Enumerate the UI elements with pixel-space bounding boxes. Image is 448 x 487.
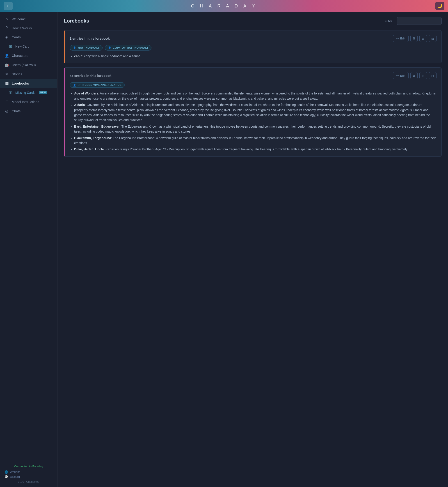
footer-link-label-discord: Discord	[10, 475, 20, 479]
lorebook-tag-0-0[interactable]: 👤MAY (NORMAL)	[70, 45, 103, 50]
lorebook-card-header-1: 48 entries in this lorebook✏ Edit⧉⊞⊡	[70, 72, 437, 79]
sidebar-item-lorebooks[interactable]: ▦Lorebooks	[0, 79, 57, 88]
entry-key-1-3: Blacksmith, Forgebound	[74, 136, 111, 140]
new-card-icon: ⊞	[8, 44, 13, 49]
users-icon: 🤖	[5, 63, 9, 67]
edit-button-0[interactable]: ✏ Edit	[393, 35, 408, 42]
lorebook-entries-list-0: cabin: cozy with a single bedroom and a …	[70, 54, 437, 59]
website-icon: 🌐	[5, 470, 8, 474]
entry-key-1-2: Bard, Entertainer, Edgeweaver	[74, 125, 120, 128]
new-badge-missing-cards: NEW	[39, 91, 47, 94]
sidebar-item-label-model-instructions: Model Instructions	[12, 100, 39, 104]
lorebook-entry-0-0: cabin: cozy with a single bedroom and a …	[74, 54, 437, 59]
entry-key-1-1: Aldaria	[74, 103, 85, 107]
lorebook-actions-0: ✏ Edit⧉⊞⊡	[393, 35, 437, 42]
discord-icon: 💬	[5, 475, 8, 479]
sidebar-item-label-how-it-works: How It Works	[12, 26, 32, 30]
connected-label: Connected to Faraday	[5, 465, 53, 468]
sidebar-item-label-new-card: New Card	[15, 45, 29, 48]
sidebar-footer: Connected to Faraday 🌐Website💬Discord 1.…	[0, 461, 57, 487]
sidebar-item-label-users: Users (aka You)	[12, 63, 36, 67]
lorebook-card-header-0: 1 entries in this lorebook✏ Edit⧉⊞⊡	[70, 35, 437, 42]
how-it-works-icon: ?	[5, 26, 9, 30]
main-layout: ⌂Welcome?How It Works◈Cards⊞New Card👤Cha…	[0, 12, 448, 487]
characters-icon: 👤	[5, 53, 9, 58]
action-btn-2-0[interactable]: ⊡	[429, 35, 437, 42]
content-header: Lorebooks Filter	[64, 17, 442, 25]
copy-button-1[interactable]: ⧉	[410, 72, 418, 79]
sidebar-nav: ⌂Welcome?How It Works◈Cards⊞New Card👤Cha…	[0, 12, 57, 461]
lorebook-entry-1-2: Bard, Entertainer, Edgeweaver: The Edgew…	[74, 124, 437, 134]
lorebook-card-0: 1 entries in this lorebook✏ Edit⧉⊞⊡👤MAY …	[64, 30, 442, 63]
cards-icon: ◈	[5, 35, 9, 39]
entry-key-1-4: Duke, Harlan, Uncle	[74, 147, 104, 151]
edit-icon-0: ✏	[396, 37, 399, 40]
content-area: Lorebooks Filter 1 entries in this loreb…	[57, 12, 448, 487]
lorebook-tag-1-0[interactable]: 👤PRINCESS VIVIENNE ALDARUS	[70, 82, 125, 88]
model-instructions-icon: ⊞	[5, 100, 9, 104]
lorebook-card-1: 48 entries in this lorebook✏ Edit⧉⊞⊡👤PRI…	[64, 67, 442, 156]
entry-key-0-0: cabin	[74, 54, 82, 58]
sidebar-item-cards[interactable]: ◈Cards	[0, 32, 57, 42]
lorebooks-list: 1 entries in this lorebook✏ Edit⧉⊞⊡👤MAY …	[64, 30, 442, 157]
sidebar-item-label-stories: Stories	[12, 72, 22, 76]
stories-icon: ✏	[5, 72, 9, 76]
sidebar-item-label-lorebooks: Lorebooks	[12, 81, 29, 85]
tag-label-0-1: COPY OF MAY (NORMAL)	[113, 46, 148, 49]
tag-label-0-0: MAY (NORMAL)	[78, 46, 99, 49]
footer-link-label-website: Website	[10, 470, 21, 474]
footer-link-discord[interactable]: 💬Discord	[5, 475, 53, 479]
sidebar-item-characters[interactable]: 👤Characters	[0, 51, 57, 60]
sidebar: ⌂Welcome?How It Works◈Cards⊞New Card👤Cha…	[0, 12, 57, 487]
sidebar-item-how-it-works[interactable]: ?How It Works	[0, 24, 57, 32]
lorebooks-icon: ▦	[5, 81, 9, 85]
filter-input[interactable]	[397, 17, 442, 25]
tag-icon-1-0: 👤	[73, 84, 76, 87]
edit-icon-1: ✏	[396, 74, 399, 77]
chats-icon: ◎	[5, 109, 9, 113]
action-btn-1-1[interactable]: ⊞	[419, 72, 427, 79]
sidebar-item-label-characters: Characters	[12, 54, 28, 57]
sidebar-item-chats[interactable]: ◎Chats	[0, 106, 57, 116]
lorebook-entries-count-1: 48 entries in this lorebook	[70, 74, 112, 78]
lorebook-tags-0: 👤MAY (NORMAL)👤COPY OF MAY (NORMAL)	[70, 45, 437, 50]
filter-label: Filter	[385, 19, 392, 23]
edit-button-1[interactable]: ✏ Edit	[393, 72, 408, 79]
lorebook-actions-1: ✏ Edit⧉⊞⊡	[393, 72, 437, 79]
sidebar-item-label-welcome: Welcome	[12, 17, 26, 21]
version-label: 1.1.0 | Changelog	[5, 480, 53, 483]
lorebook-entries-count-0: 1 entries in this lorebook	[70, 37, 110, 40]
app-title: C H A R A D A Y	[191, 3, 257, 8]
lorebook-entry-1-1: Aldaria: Governed by the noble house of …	[74, 102, 437, 123]
sidebar-item-welcome[interactable]: ⌂Welcome	[0, 14, 57, 24]
sidebar-item-new-card[interactable]: ⊞New Card	[0, 42, 57, 51]
sidebar-item-stories[interactable]: ✏Stories	[0, 69, 57, 79]
sidebar-item-missing-cards[interactable]: ◫Missing CardsNEW	[0, 88, 57, 97]
sidebar-item-label-chats: Chats	[12, 109, 21, 113]
sidebar-item-users[interactable]: 🤖Users (aka You)	[0, 60, 57, 69]
lorebook-tag-0-1[interactable]: 👤COPY OF MAY (NORMAL)	[105, 45, 152, 50]
footer-link-website[interactable]: 🌐Website	[5, 470, 53, 474]
lorebook-entries-list-1: Age of Wonders: An era where magic pulse…	[70, 91, 437, 152]
tag-icon-0-0: 👤	[73, 47, 76, 49]
action-btn-1-0[interactable]: ⊞	[419, 35, 427, 42]
entry-key-1-0: Age of Wonders	[74, 91, 98, 95]
lorebook-entry-1-0: Age of Wonders: An era where magic pulse…	[74, 91, 437, 101]
action-btn-2-1[interactable]: ⊡	[429, 72, 437, 79]
footer-links: 🌐Website💬Discord	[5, 470, 53, 479]
lorebook-tags-1: 👤PRINCESS VIVIENNE ALDARUS	[70, 82, 437, 88]
top-header: ← C H A R A D A Y 🌙	[0, 0, 448, 12]
page-title: Lorebooks	[64, 18, 89, 24]
sidebar-item-model-instructions[interactable]: ⊞Model Instructions	[0, 97, 57, 106]
copy-button-0[interactable]: ⧉	[410, 35, 418, 42]
tag-label-1-0: PRINCESS VIVIENNE ALDARUS	[78, 83, 122, 87]
sidebar-item-label-missing-cards: Missing Cards	[15, 91, 35, 95]
missing-cards-icon: ◫	[8, 90, 13, 95]
welcome-icon: ⌂	[5, 17, 9, 21]
lorebook-entry-1-4: Duke, Harlan, Uncle: - Position: King's …	[74, 147, 437, 152]
back-button[interactable]: ←	[4, 2, 13, 10]
lorebook-entry-1-3: Blacksmith, Forgebound: The Forgebound B…	[74, 136, 437, 146]
sidebar-item-label-cards: Cards	[12, 35, 21, 39]
tag-icon-0-1: 👤	[108, 47, 112, 49]
theme-toggle-button[interactable]: 🌙	[435, 2, 444, 10]
